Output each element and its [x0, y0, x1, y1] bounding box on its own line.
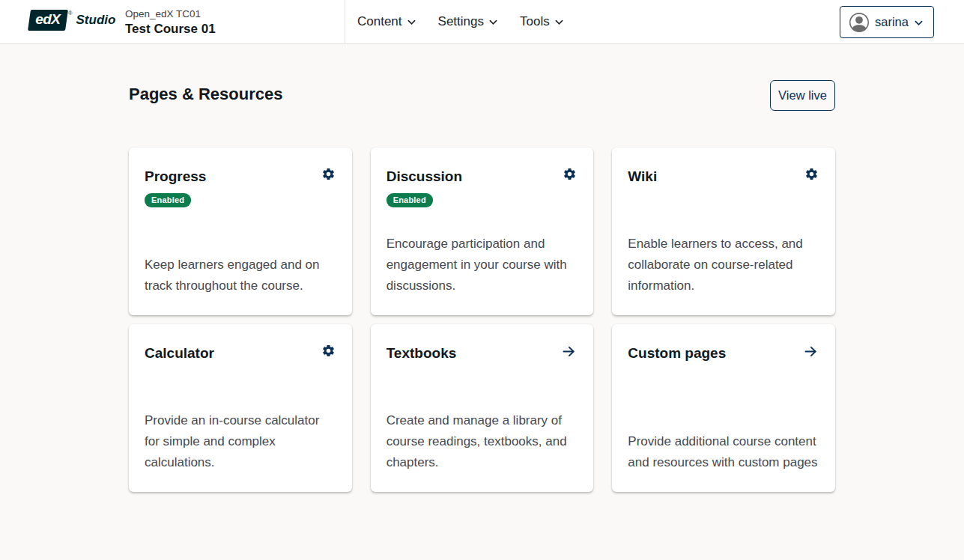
page-title: Pages & Resources	[129, 85, 282, 104]
chevron-down-icon	[407, 19, 416, 25]
course-info: Open_edX TC01 Test Course 01	[125, 7, 216, 37]
card-header: Textbooks	[386, 344, 578, 362]
gear-icon	[321, 167, 336, 181]
gear-icon	[804, 167, 819, 181]
nav-item-label: Content	[357, 14, 402, 29]
chevron-down-icon	[915, 20, 923, 26]
username-label: sarina	[875, 15, 909, 29]
main-nav: Content Settings Tools	[357, 0, 563, 43]
card-description: Enable learners to access, and collabora…	[628, 234, 819, 296]
header-divider	[345, 0, 345, 43]
card-title: Calculator	[145, 344, 214, 362]
edx-studio-logo[interactable]: edX ® Studio	[29, 10, 115, 31]
cards-grid: Progress Enabled Keep learners engaged a…	[129, 147, 835, 492]
page-card: Textbooks Create and manage a library of…	[371, 324, 594, 492]
arrow-right-icon	[561, 344, 577, 359]
card-description: Encourage participation and engagement i…	[386, 234, 578, 296]
nav-item-tools[interactable]: Tools	[520, 14, 563, 29]
page-card: Progress Enabled Keep learners engaged a…	[129, 147, 352, 315]
edx-logo-text: edX	[35, 11, 60, 28]
card-title: Discussion	[386, 168, 462, 185]
card-settings-button[interactable]	[321, 167, 336, 181]
card-description: Create and manage a library of course re…	[386, 410, 578, 473]
card-header: Custom pages	[628, 344, 819, 362]
page-card: Custom pages Provide additional course c…	[612, 324, 835, 492]
card-settings-button[interactable]	[563, 167, 577, 181]
card-open-button[interactable]	[561, 344, 577, 359]
gear-icon	[321, 344, 336, 358]
nav-item-label: Tools	[520, 14, 550, 29]
card-header: Wiki	[628, 168, 819, 185]
status-badge: Enabled	[145, 193, 191, 207]
studio-logo-text: Studio	[76, 13, 116, 28]
card-title: Textbooks	[386, 344, 457, 362]
gear-icon	[563, 167, 577, 181]
chevron-down-icon	[489, 19, 497, 25]
card-header: Discussion	[386, 168, 578, 185]
chevron-down-icon	[555, 19, 563, 25]
card-description: Provide additional course content and re…	[628, 431, 819, 473]
course-org-subtitle: Open_edX TC01	[125, 7, 216, 20]
card-settings-button[interactable]	[804, 167, 819, 181]
card-description: Provide an in-course calculator for simp…	[145, 410, 336, 473]
card-settings-button[interactable]	[321, 344, 336, 358]
card-title: Progress	[145, 168, 206, 185]
card-title: Custom pages	[628, 344, 726, 362]
trademark-mark: ®	[68, 10, 72, 16]
nav-item-label: Settings	[438, 14, 484, 29]
card-header: Calculator	[145, 344, 336, 362]
app-header: edX ® Studio Open_edX TC01 Test Course 0…	[0, 0, 964, 44]
nav-item-content[interactable]: Content	[357, 14, 416, 29]
course-title: Test Course 01	[125, 21, 216, 37]
card-description: Keep learners engaged and on track throu…	[145, 255, 336, 296]
page-card: Calculator Provide an in-course calculat…	[129, 324, 352, 492]
user-menu-button[interactable]: sarina	[840, 6, 934, 38]
edx-logo-icon: edX	[28, 10, 68, 31]
avatar-icon	[849, 13, 869, 32]
nav-item-settings[interactable]: Settings	[438, 14, 497, 29]
page-card: Discussion Enabled Encourage participati…	[371, 147, 594, 315]
page-card: Wiki Enable learners to access, and coll…	[612, 147, 835, 315]
card-open-button[interactable]	[803, 344, 819, 359]
arrow-right-icon	[803, 344, 819, 359]
card-title: Wiki	[628, 168, 657, 185]
card-header: Progress	[145, 168, 336, 185]
status-badge: Enabled	[386, 193, 433, 207]
view-live-button[interactable]: View live	[770, 80, 835, 111]
